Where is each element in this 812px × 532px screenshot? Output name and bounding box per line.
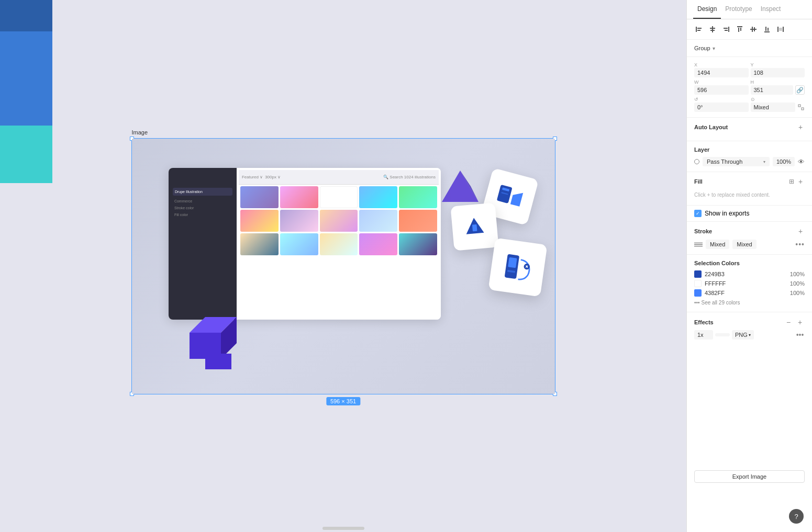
color-hex-1: FFFFFF — [705, 280, 787, 287]
tab-inspect[interactable]: Inspect — [757, 0, 785, 19]
x-value[interactable]: 1494 — [694, 68, 749, 77]
svg-rect-0 — [497, 185, 513, 203]
svg-rect-22 — [725, 30, 728, 31]
rotation-value[interactable]: 0° — [694, 103, 749, 112]
corner-icon: ⊙ — [751, 97, 805, 102]
layer-row: Pass Through ▾ 100% 👁 — [694, 157, 805, 166]
mockup-item — [399, 186, 437, 208]
stroke-add-btn[interactable]: + — [796, 227, 805, 235]
color-opacity-2: 100% — [790, 290, 805, 296]
auto-layout-section: Auto Layout + — [687, 118, 812, 141]
export-image-btn[interactable]: Export Image — [694, 470, 805, 483]
svg-rect-27 — [752, 27, 753, 32]
layer-blend-dropdown[interactable]: Pass Through ▾ — [703, 157, 770, 166]
export-suffix[interactable] — [715, 333, 730, 336]
help-btn[interactable]: ? — [789, 509, 804, 524]
svg-rect-30 — [765, 27, 766, 31]
svg-rect-31 — [767, 28, 769, 31]
color-swatch-1[interactable] — [694, 280, 702, 287]
color-swatch-2[interactable] — [694, 289, 702, 297]
mockup-grid — [239, 185, 439, 257]
size-badge: 596 × 351 — [326, 397, 360, 405]
see-all-colors-btn[interactable]: ••• See all 29 colors — [694, 299, 805, 307]
align-tools — [687, 19, 812, 40]
color-hex-2: 4382FF — [705, 290, 787, 296]
color-swatch-0[interactable] — [694, 270, 702, 278]
layer-header: Layer — [694, 146, 805, 153]
export-more-btn[interactable]: ••• — [795, 330, 805, 339]
effects-remove-btn[interactable]: − — [784, 318, 793, 327]
eye-icon[interactable]: 👁 — [798, 158, 805, 166]
canvas-image-frame[interactable]: Image Drupe Illustration Commerce Stroke… — [131, 138, 555, 394]
h-value[interactable]: 351 — [751, 85, 794, 95]
group-caret[interactable]: ▾ — [713, 46, 715, 51]
tab-prototype[interactable]: Prototype — [721, 0, 756, 19]
x-field: X 1494 — [694, 62, 749, 77]
auto-layout-header: Auto Layout + — [694, 123, 805, 131]
y-value[interactable]: 108 — [751, 68, 805, 77]
tab-design[interactable]: Design — [693, 0, 721, 19]
w-label: W — [694, 80, 749, 85]
effects-add-btn[interactable]: + — [795, 318, 805, 327]
canvas-image-content: Drupe Illustration Commerce Stroke color… — [132, 139, 555, 394]
canvas-scrollbar[interactable] — [322, 527, 364, 530]
x-label: X — [694, 62, 749, 67]
mockup-item — [359, 210, 397, 232]
layer-opacity[interactable]: 100% — [773, 157, 795, 166]
stroke-header: Stroke + — [694, 227, 805, 235]
svg-rect-15 — [697, 28, 702, 29]
show-exports-checkbox[interactable]: ✓ — [694, 210, 702, 217]
selection-colors-section: Selection Colors 2249B3 100% FFFFFF 100%… — [687, 255, 812, 312]
fill-title: Fill — [694, 178, 703, 185]
auto-layout-add-btn[interactable]: + — [796, 123, 805, 131]
mockup-item — [240, 186, 279, 208]
float-card-3 — [488, 238, 548, 297]
layer-title: Layer — [694, 146, 709, 153]
mockup-item — [359, 233, 397, 255]
stroke-value2[interactable]: Mixed — [732, 240, 756, 249]
mockup-container: Drupe Illustration Commerce Stroke color… — [153, 157, 533, 375]
svg-rect-24 — [738, 28, 739, 32]
align-right-btn[interactable] — [720, 24, 732, 35]
svg-rect-25 — [740, 28, 741, 31]
w-value[interactable]: 596 — [694, 85, 749, 95]
svg-rect-29 — [764, 31, 770, 32]
w-field: W 596 — [694, 80, 749, 95]
align-top-btn[interactable] — [734, 24, 746, 35]
color-opacity-1: 100% — [790, 280, 805, 287]
svg-rect-18 — [710, 28, 715, 29]
right-panel: Design Prototype Inspect Group ▾ — [686, 0, 812, 532]
mockup-item — [359, 186, 397, 208]
svg-rect-23 — [737, 26, 742, 27]
svg-rect-28 — [754, 27, 755, 31]
export-format-caret: ▾ — [749, 333, 751, 337]
stroke-more-btn[interactable]: ••• — [795, 240, 805, 248]
mockup-item — [399, 210, 437, 232]
fill-grid-icon[interactable]: ⊞ — [789, 178, 794, 185]
corner-value[interactable]: Mixed — [751, 103, 796, 112]
panel-tabs: Design Prototype Inspect — [687, 0, 812, 19]
svg-rect-36 — [802, 108, 804, 110]
y-label: Y — [751, 62, 805, 67]
align-center-v-btn[interactable] — [748, 24, 759, 35]
show-exports-label[interactable]: Show in exports — [705, 210, 749, 217]
fill-section: Fill ⊞ + Click + to replace mixed conten… — [687, 172, 812, 206]
svg-rect-14 — [696, 27, 697, 32]
export-scale-value[interactable]: 1x — [694, 330, 713, 339]
color-row-0: 2249B3 100% — [694, 270, 805, 278]
svg-marker-8 — [442, 171, 479, 202]
align-center-h-btn[interactable] — [707, 24, 718, 35]
corner-resize-btn[interactable] — [797, 104, 805, 111]
canvas-area[interactable]: Image Drupe Illustration Commerce Stroke… — [0, 0, 686, 532]
mockup-topbar: Featured ∨ 300px ∨ 🔍 Search 1024 illustr… — [239, 170, 439, 185]
lock-aspect-btn[interactable]: 🔗 — [795, 85, 805, 95]
distribute-btn[interactable] — [775, 24, 786, 35]
align-left-btn[interactable] — [693, 24, 705, 35]
stroke-value1[interactable]: Mixed — [706, 240, 729, 249]
fill-add-btn[interactable]: + — [796, 177, 805, 186]
align-bottom-btn[interactable] — [761, 24, 773, 35]
shape-3d-triangle — [439, 168, 481, 211]
mockup-item — [280, 186, 318, 208]
mockup-screen: Drupe Illustration Commerce Stroke color… — [169, 168, 441, 320]
export-format-dropdown[interactable]: PNG ▾ — [732, 330, 754, 339]
